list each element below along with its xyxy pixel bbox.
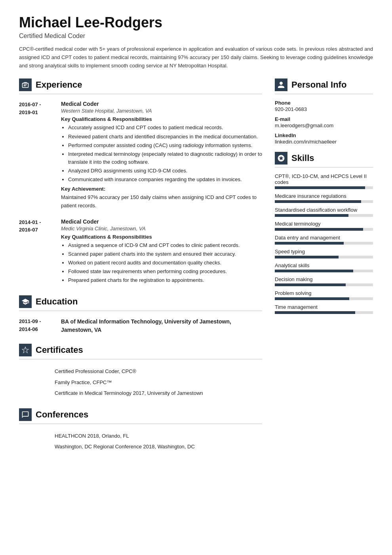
exp-2-content: Medical Coder Medic Virginia Clinic, Jam… [61, 218, 262, 286]
exp-1-bullet-2: Reviewed patient charts and identified d… [68, 133, 262, 141]
exp-1-dates: 2016-07 - 2019-01 [19, 101, 55, 209]
email-row: E-mail m.leerodgers@gmail.com [275, 116, 373, 128]
linkedin-row: LinkedIn linkedin.com/in/michaelleer [275, 132, 373, 145]
exp-2-bullet-2: Scanned paper patient charts into the sy… [68, 250, 262, 258]
skill-item-0: CPT®, ICD-10-CM, and HCPCS Level II code… [275, 173, 373, 189]
certificates-section-heading: Certificates [19, 344, 262, 360]
skill-item-6: Analytical skills [275, 262, 373, 272]
certificates-list: Certified Professional Coder, CPC® Famil… [19, 366, 262, 399]
education-icon [19, 295, 32, 308]
skill-bar-fill-9 [275, 311, 355, 314]
skill-name-8: Problem solving [275, 290, 373, 296]
exp-1-bullet-1: Accurately assigned ICD and CPT codes to… [68, 124, 262, 132]
exp-1-bullet-5: Analyzed DRG assignments using ICD-9-CM … [68, 167, 262, 175]
certificates-title: Certificates [36, 345, 83, 355]
exp-1-company: Western State Hospital, Jamestown, VA [61, 108, 262, 114]
skill-item-9: Time management [275, 304, 373, 314]
skill-bar-bg-3 [275, 228, 373, 231]
skill-bar-bg-2 [275, 214, 373, 217]
phone-label: Phone [275, 100, 373, 106]
skill-bar-bg-7 [275, 283, 373, 286]
cert-2: Family Practice, CFPC™ [55, 377, 262, 388]
experience-icon [19, 78, 32, 91]
skill-name-6: Analytical skills [275, 262, 373, 268]
edu-1-dates: 2011-09 - 2014-06 [19, 318, 55, 334]
skill-item-1: Medicare insurance regulations [275, 193, 373, 203]
skill-item-4: Data entry and management [275, 235, 373, 245]
skill-bar-bg-6 [275, 270, 373, 272]
conferences-icon [19, 408, 32, 421]
exp-2-bullets: Assigned a sequence of ICD-9 CM and CPT … [61, 241, 262, 285]
skill-bar-bg-1 [275, 200, 373, 203]
cert-3: Certificate in Medical Terminology 2017,… [55, 388, 262, 399]
skill-bar-fill-3 [275, 228, 363, 231]
exp-1-bullet-3: Performed computer assisted coding (CAC)… [68, 142, 262, 149]
skill-bar-fill-4 [275, 242, 344, 245]
skill-bar-fill-6 [275, 270, 353, 272]
education-title: Education [36, 297, 78, 307]
skill-name-0: CPT®, ICD-10-CM, and HCPCS Level II code… [275, 173, 373, 185]
exp-2-job-title: Medical Coder [61, 218, 262, 225]
svg-rect-0 [24, 85, 27, 86]
skill-bar-bg-4 [275, 242, 373, 245]
skill-bar-fill-7 [275, 283, 346, 286]
edu-entry-1: 2011-09 - 2014-06 BA of Medical Informat… [19, 318, 262, 334]
exp-entry-2: 2014-01 - 2016-07 Medical Coder Medic Vi… [19, 218, 262, 286]
skill-item-2: Standardised classification workflow [275, 207, 373, 217]
education-section-heading: Education [19, 295, 262, 311]
skill-item-5: Speed typing [275, 249, 373, 258]
personal-info-icon [275, 78, 287, 91]
skill-name-5: Speed typing [275, 249, 373, 255]
experience-section-heading: Experience [19, 78, 262, 94]
skills-title: Skills [291, 153, 314, 163]
skill-name-3: Medical terminology [275, 221, 373, 227]
skill-item-8: Problem solving [275, 290, 373, 300]
candidate-title: Certified Medical Coder [19, 33, 373, 40]
personal-info-title: Personal Info [291, 80, 346, 90]
email-label: E-mail [275, 116, 373, 122]
skill-name-7: Decision making [275, 276, 373, 282]
skill-name-2: Standardised classification workflow [275, 207, 373, 213]
linkedin-label: LinkedIn [275, 132, 373, 138]
conferences-title: Conferences [36, 410, 88, 420]
skill-item-3: Medical terminology [275, 221, 373, 231]
exp-entry-1: 2016-07 - 2019-01 Medical Coder Western … [19, 101, 262, 209]
skill-name-1: Medicare insurance regulations [275, 193, 373, 199]
skill-bar-bg-5 [275, 256, 373, 258]
skill-name-4: Data entry and management [275, 235, 373, 241]
skill-bar-bg-8 [275, 297, 373, 300]
skill-bar-fill-1 [275, 200, 361, 203]
exp-1-achievement-heading: Key Achievement: [61, 186, 262, 192]
skill-bar-bg-9 [275, 311, 373, 314]
conferences-section-heading: Conferences [19, 408, 262, 424]
cert-1: Certified Professional Coder, CPC® [55, 366, 262, 377]
exp-1-bullet-4: Interpreted medical terminology (especia… [68, 150, 262, 166]
right-column: Personal Info Phone 920-201-0683 E-mail … [275, 78, 373, 452]
exp-2-bullet-5: Prepared patient charts for the registra… [68, 276, 262, 284]
exp-2-bullet-4: Followed state law requirements when per… [68, 268, 262, 276]
exp-1-achievement-text: Maintained 97% accuracy per 150 daily cl… [61, 193, 262, 209]
conf-2: Washington, DC Regional Conference 2018,… [55, 441, 262, 452]
skill-item-7: Decision making [275, 276, 373, 286]
exp-1-bullet-6: Communicated with insurance companies re… [68, 176, 262, 184]
exp-1-qualifications-heading: Key Qualifications & Responsibilities [61, 116, 262, 122]
skill-bar-fill-0 [275, 186, 365, 189]
svg-rect-1 [24, 86, 26, 86]
skill-bar-fill-2 [275, 214, 348, 217]
phone-value: 920-201-0683 [275, 106, 373, 112]
exp-2-bullet-1: Assigned a sequence of ICD-9 CM and CPT … [68, 241, 262, 249]
certificates-icon [19, 344, 32, 356]
skills-heading: Skills [275, 152, 373, 168]
linkedin-value: linkedin.com/in/michaelleer [275, 139, 373, 145]
phone-row: Phone 920-201-0683 [275, 100, 373, 112]
exp-2-company: Medic Virginia Clinic, Jamestown, VA [61, 226, 262, 232]
candidate-name: Michael Lee-Rodgers [19, 14, 373, 31]
skill-bar-fill-8 [275, 297, 349, 300]
exp-1-job-title: Medical Coder [61, 101, 262, 107]
candidate-summary: CPC®-certified medical coder with 5+ yea… [19, 45, 373, 70]
left-column: Experience 2016-07 - 2019-01 Medical Cod… [19, 78, 262, 452]
skills-icon [275, 152, 287, 165]
email-value: m.leerodgers@gmail.com [275, 122, 373, 128]
exp-2-qualifications-heading: Key Qualifications & Responsibilities [61, 234, 262, 240]
exp-2-bullet-3: Worked on patient record audits and docu… [68, 259, 262, 267]
